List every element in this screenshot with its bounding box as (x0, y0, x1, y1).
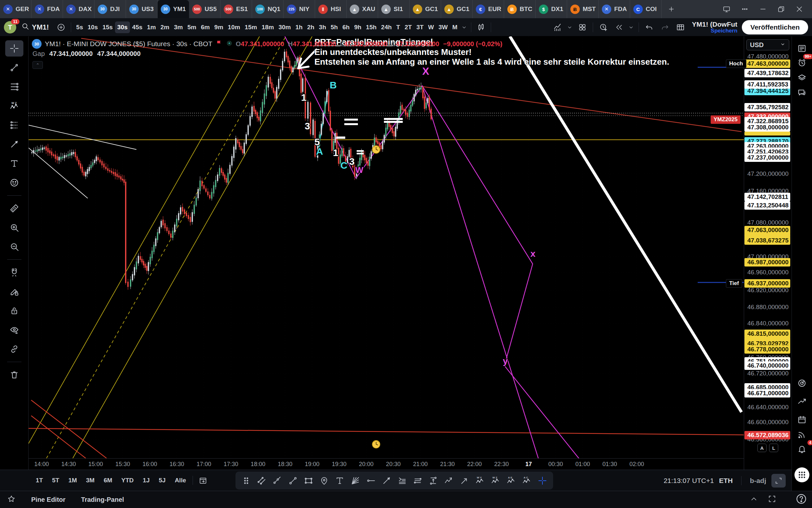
arrow-icon[interactable] (457, 473, 472, 488)
candle-style-button[interactable] (474, 21, 488, 34)
interval-1h[interactable]: 1h (293, 22, 305, 33)
range-5j[interactable]: 5J (155, 475, 169, 486)
notifications-bell-icon[interactable]: 4 (795, 442, 809, 456)
fib-retracement-tool-icon[interactable] (5, 79, 23, 95)
magnet-tool-icon[interactable] (5, 264, 23, 281)
adjustment-label[interactable]: b-adj (750, 477, 766, 484)
calendar-icon[interactable] (795, 413, 809, 426)
multichart-table-button[interactable] (674, 21, 687, 34)
pine-editor-tab[interactable]: Pine Editor (31, 496, 65, 503)
interval-6h[interactable]: 6h (340, 22, 352, 33)
range-1m[interactable]: 1M (65, 475, 80, 486)
create-alert-button[interactable] (596, 21, 610, 34)
close-icon[interactable] (795, 4, 804, 14)
range-3m[interactable]: 3M (83, 475, 98, 486)
text-tool-icon[interactable] (5, 155, 23, 172)
interval-1m[interactable]: 1m (145, 22, 158, 33)
publish-button[interactable]: Veröffentlichen (742, 20, 808, 35)
interval-10s[interactable]: 10s (85, 22, 100, 33)
range-5t[interactable]: 5T (49, 475, 62, 486)
price-range-icon[interactable] (426, 473, 441, 488)
chart-area[interactable]: 135AB1C3WXxy 30 YM1! · E-MINI DOW JONES … (29, 36, 744, 470)
drag-handle-icon[interactable] (239, 473, 254, 488)
indicators-button[interactable] (551, 21, 565, 34)
rectangle-icon[interactable] (301, 473, 316, 488)
interval-45s[interactable]: 45s (130, 22, 145, 33)
chevron-up-icon[interactable] (750, 495, 758, 504)
interval-5h[interactable]: 5h (328, 22, 340, 33)
more-options-icon[interactable] (740, 4, 750, 14)
measure-tool-icon[interactable] (5, 200, 23, 216)
path-levels-icon[interactable] (395, 473, 410, 488)
interval-3T[interactable]: 3T (414, 22, 426, 33)
pattern-wz-icon[interactable]: W Z (488, 473, 503, 488)
time-axis[interactable]: 14:0014:3015:0015:3016:0016:3017:0017:30… (29, 458, 744, 470)
range-alle[interactable]: Alle (172, 475, 189, 486)
browser-tab-es1[interactable]: 500ES1 (221, 0, 252, 18)
browser-tab-ger[interactable]: ✕GER (0, 0, 32, 18)
session-label[interactable]: ETH (719, 477, 733, 484)
clock[interactable]: 21:13:07 UTC+1 (664, 477, 714, 484)
interval-9m[interactable]: 9m (212, 22, 226, 33)
chevron-down-icon[interactable] (566, 24, 574, 31)
apps-grid-button[interactable] (795, 467, 809, 482)
trend-line-tool-icon[interactable] (5, 59, 23, 76)
legend-collapse-button[interactable]: ⌃ (33, 61, 43, 69)
log-scale-button[interactable]: L (769, 443, 778, 452)
parallel-lines-icon[interactable] (410, 473, 425, 488)
interval-15s[interactable]: 15s (100, 22, 115, 33)
range-1j[interactable]: 1J (140, 475, 153, 486)
interval-24h[interactable]: 24h (379, 22, 394, 33)
browser-tab-gc1[interactable]: ▲GC1 (441, 0, 473, 18)
browser-tab-niy[interactable]: 225NIY (284, 0, 315, 18)
arrow-marker-icon[interactable] (379, 473, 394, 488)
new-tab-button[interactable] (662, 0, 681, 18)
browser-tab-fda[interactable]: ✕FDA (599, 0, 630, 18)
layout-title[interactable]: YM1! (DowFut Speichern (692, 20, 737, 34)
browser-tab-mst[interactable]: ɃMST (567, 0, 599, 18)
text-icon[interactable] (332, 473, 347, 488)
watchlist-icon[interactable] (795, 42, 809, 55)
interval-2m[interactable]: 2m (158, 22, 172, 33)
interval-9h[interactable]: 9h (352, 22, 364, 33)
range-1t[interactable]: 1T (33, 475, 46, 486)
browser-tab-nq1[interactable]: 100NQ1 (252, 0, 284, 18)
browser-tab-dax[interactable]: ✕DAX (63, 0, 95, 18)
trend-line-icon[interactable] (286, 473, 300, 488)
interval-30m[interactable]: 30m (276, 22, 293, 33)
horizontal-ray-icon[interactable] (364, 473, 378, 488)
save-link[interactable]: Speichern (711, 28, 737, 34)
ideas-icon[interactable] (795, 376, 809, 390)
hide-drawings-tool-icon[interactable] (5, 322, 23, 338)
browser-tab-eur[interactable]: €EUR (473, 0, 504, 18)
zigzag-icon[interactable] (441, 473, 456, 488)
help-button[interactable] (795, 492, 808, 506)
pattern-ac-icon[interactable]: A C (519, 473, 534, 488)
symbol-search[interactable]: YM1! (17, 23, 53, 32)
forecast-tool-icon[interactable] (5, 117, 23, 133)
browser-tab-coi[interactable]: CCOI (630, 0, 662, 18)
interval-2T[interactable]: 2T (402, 22, 414, 33)
trend-angle-icon[interactable] (270, 473, 285, 488)
price-scale[interactable]: USD Hoch Tief A L 47.480,00000047.200,00… (744, 36, 792, 470)
browser-tab-ym1[interactable]: 30YM1 (157, 0, 189, 18)
scale-corner-button[interactable] (771, 474, 786, 488)
fullscreen-icon[interactable] (768, 495, 776, 504)
pattern-ae-icon[interactable]: A E (504, 473, 519, 488)
price-chart[interactable]: 135AB1C3WXxy (29, 36, 744, 458)
interval-15m[interactable]: 15m (242, 22, 259, 33)
trading-panel-tab[interactable]: Trading-Panel (81, 496, 124, 503)
browser-tab-dji[interactable]: 30DJI (95, 0, 126, 18)
browser-tab-hsi[interactable]: ‖HSI (315, 0, 346, 18)
gann-fan-icon[interactable] (348, 473, 363, 488)
crosshair-tool-icon[interactable] (5, 40, 23, 56)
range-6m[interactable]: 6M (100, 475, 115, 486)
layout-grid-button[interactable] (576, 21, 589, 34)
browser-tab-us5[interactable]: 500US5 (189, 0, 221, 18)
cast-icon[interactable] (722, 4, 731, 14)
chevron-down-icon[interactable] (461, 24, 468, 31)
interval-W[interactable]: W (426, 22, 436, 33)
go-to-date-button[interactable] (196, 474, 210, 487)
interval-30s[interactable]: 30s (115, 22, 130, 33)
chevron-down-icon[interactable] (628, 24, 635, 31)
